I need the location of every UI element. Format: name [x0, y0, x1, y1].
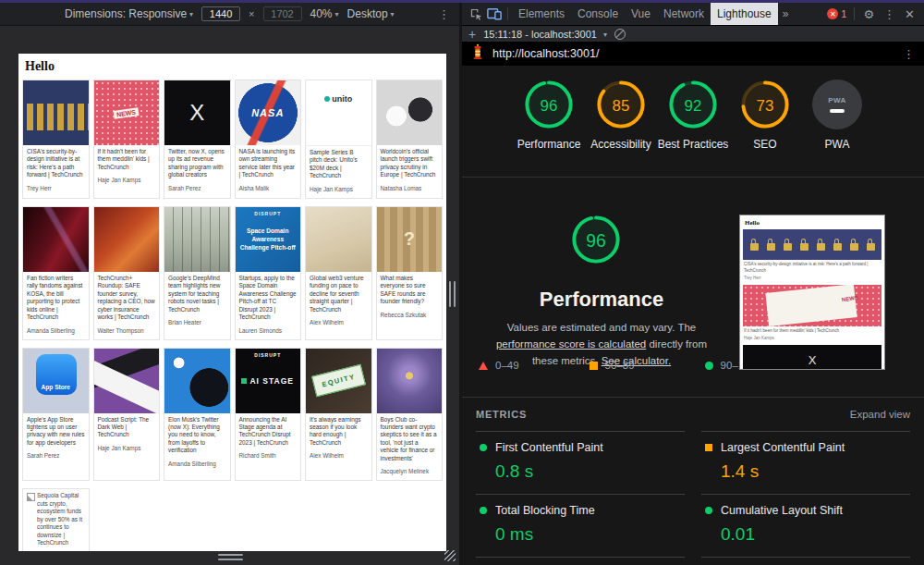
poor-triangle-icon	[479, 362, 488, 370]
article-title: Boys Club co-founders want crypto skepti…	[381, 416, 439, 463]
image-text-label: AI STAGE	[241, 376, 294, 386]
thumbnail-news-label: NEWS	[841, 295, 858, 302]
article-image-equity-ticket: EQUITY	[306, 349, 371, 413]
article-title: Startups, apply to the Space Domain Awar…	[239, 275, 298, 322]
thumbnail-caption-title: If it hadn't been for them meddlin' kids…	[744, 328, 881, 335]
performance-gauge[interactable]: 96	[571, 215, 632, 276]
device-toolbar-menu-icon[interactable]: ⋮	[434, 7, 454, 21]
score-seo[interactable]: 73SEO	[729, 80, 801, 177]
article-card[interactable]: CISA's security-by-design initiative is …	[22, 80, 90, 199]
broken-image-icon	[27, 493, 35, 501]
new-report-icon[interactable]: +	[468, 28, 476, 41]
score-accessibility[interactable]: 85Accessibility	[585, 80, 657, 177]
article-card[interactable]: Sequoia Capital cuts crypto, ecosystem f…	[22, 488, 90, 551]
legend-label: 50–89	[605, 360, 635, 371]
close-devtools-icon[interactable]: ✕	[900, 7, 919, 21]
article-card[interactable]: App StoreApple's App Store tightens up o…	[22, 348, 90, 482]
article-author: Alex Wilhelm	[310, 452, 368, 459]
viewport-width-input[interactable]	[201, 6, 240, 21]
article-card[interactable]: unitoSample Series B pitch deck: Unito's…	[305, 80, 372, 199]
metrics-header: METRICS Expand view	[476, 398, 910, 431]
article-title: Global web3 venture funding on pace to d…	[310, 275, 368, 313]
zoom-selector-label: 40%	[310, 7, 333, 20]
metrics-section: METRICS Expand view First Contentful Pai…	[462, 398, 924, 558]
report-selector[interactable]: 15:11:18 - localhost:3001 ▾	[483, 29, 607, 40]
score-calculation-link[interactable]: performance score is calculated	[496, 338, 646, 350]
more-tabs-icon[interactable]: »	[778, 7, 794, 20]
clear-reports-icon[interactable]	[614, 29, 626, 40]
article-image-techcrunch-plus-roundup	[94, 207, 160, 272]
zoom-selector[interactable]: 40% ▾	[310, 7, 339, 20]
article-author: Amanda Silberling	[27, 327, 85, 334]
article-card[interactable]: Google's DeepMind team highlights new sy…	[164, 206, 231, 340]
article-card[interactable]: Podcast Script: The Dark Web | TechCrunc…	[93, 348, 161, 482]
thumbnail-caption-author: Haje Jan Kamps	[744, 336, 881, 342]
tab-console[interactable]: Console	[571, 3, 625, 25]
article-card[interactable]: Fan fiction writers rally fandoms agains…	[22, 206, 90, 340]
metric-value: 0 ms	[495, 524, 681, 545]
tab-network[interactable]: Network	[657, 3, 711, 25]
article-title: Google's DeepMind team highlights new sy…	[168, 275, 226, 313]
performance-section: 96 Performance Values are estimated and …	[462, 178, 924, 398]
article-title: It's always earnings season if you look …	[310, 416, 368, 448]
image-text-label: NEWS	[114, 107, 140, 119]
inspect-element-icon[interactable]	[467, 6, 485, 22]
article-card[interactable]: ?What makes everyone so sure SAFE rounds…	[376, 206, 444, 340]
settings-gear-icon[interactable]: ⚙	[858, 7, 879, 21]
report-selector-label: 15:11:18 - localhost:3001	[483, 29, 597, 40]
article-author: Haje Jan Kamps	[310, 186, 368, 192]
article-card[interactable]: DISRUPTAI STAGEAnnouncing the AI Stage a…	[235, 348, 302, 482]
viewport-width-resize-handle[interactable]	[449, 281, 456, 307]
image-text-label: EQUITY	[311, 364, 366, 398]
article-author: Sarah Perez	[27, 452, 85, 459]
score-pwa[interactable]: PWAPWA	[801, 80, 873, 177]
dimensions-selector[interactable]: Dimensions: Responsive ▾	[65, 7, 193, 20]
error-badge[interactable]: ✕ 1	[823, 8, 850, 19]
report-url[interactable]: http://localhost:3001/	[492, 47, 599, 60]
lighthouse-report: http://localhost:3001/ ⋮ 96Performance85…	[462, 42, 924, 565]
toolbar-separator	[507, 7, 508, 20]
svg-text:92: 92	[685, 97, 702, 115]
article-card[interactable]: Boys Club co-founders want crypto skepti…	[376, 348, 444, 482]
svg-text:96: 96	[541, 97, 558, 115]
article-card[interactable]: XTwitter, now X, opens up its ad revenue…	[164, 80, 231, 199]
metric-card[interactable]: First Contentful Paint0.8 s	[476, 431, 685, 494]
score-label: PWA	[825, 138, 850, 153]
article-card[interactable]: TechCrunch+ Roundup: SAFE founder survey…	[93, 206, 161, 340]
report-menu-icon[interactable]: ⋮	[903, 47, 915, 61]
article-card[interactable]: Elon Musk's Twitter (now X): Everything …	[164, 348, 231, 482]
score-best-practices[interactable]: 92Best Practices	[657, 80, 729, 177]
viewport-corner-resize-handle[interactable]	[444, 550, 456, 561]
image-text-label: unito	[324, 94, 352, 104]
legend-label: 0–49	[495, 360, 519, 371]
article-card[interactable]: DISRUPTSpace Domain Awareness Challenge …	[235, 206, 302, 340]
performance-title: Performance	[468, 288, 736, 312]
article-card[interactable]: Worldcoin's official launch triggers swi…	[376, 80, 444, 199]
devtools-menu-icon[interactable]: ⋮	[879, 7, 900, 21]
tab-vue[interactable]: Vue	[625, 3, 657, 25]
tab-lighthouse[interactable]: Lighthouse	[711, 3, 778, 25]
article-card[interactable]: Global web3 venture funding on pace to d…	[305, 206, 372, 340]
good-circle-icon	[480, 507, 487, 514]
article-author: Brian Heater	[168, 319, 226, 325]
article-card[interactable]: NASANASA is launching its own streaming …	[235, 80, 302, 199]
score-performance[interactable]: 96Performance	[513, 80, 585, 177]
viewport-height-resize-handle[interactable]	[218, 554, 243, 560]
metric-card[interactable]: Largest Contentful Paint1.4 s	[701, 431, 910, 494]
article-card[interactable]: EQUITYIt's always earnings season if you…	[305, 348, 372, 482]
devtools-window: Dimensions: Responsive ▾ × 40% ▾ Desktop…	[0, 0, 924, 565]
metric-card[interactable]: Cumulative Layout Shift0.01	[701, 494, 910, 558]
article-title: Worldcoin's official launch triggers swi…	[381, 148, 439, 179]
tab-elements[interactable]: Elements	[512, 3, 571, 25]
legend-item-poor: 0–49	[479, 360, 519, 371]
good-circle-icon	[705, 507, 712, 514]
article-author: Sarah Perez	[168, 185, 226, 191]
expand-view-link[interactable]: Expand view	[850, 409, 910, 420]
article-card[interactable]: NEWSIf it hadn't been for them meddlin' …	[93, 80, 161, 199]
image-text-label: DISRUPT	[236, 211, 301, 216]
article-image-deepmind-robots	[164, 207, 230, 272]
device-toolbar-toggle-icon[interactable]	[485, 6, 504, 22]
metric-card[interactable]: Total Blocking Time0 ms	[476, 494, 685, 558]
throttling-selector[interactable]: Desktop ▾	[347, 7, 395, 20]
thumbnail-heading: Hello	[745, 219, 881, 227]
